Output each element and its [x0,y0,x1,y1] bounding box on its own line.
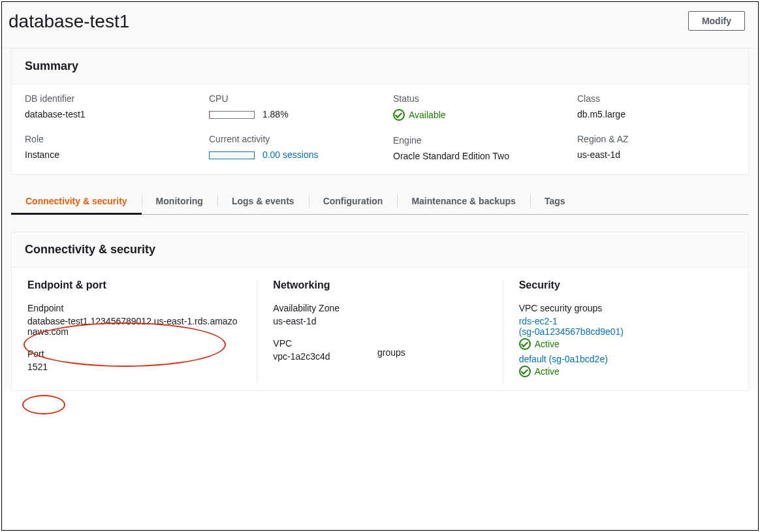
page-root: database-test1 Modify Summary DB identif… [1,1,759,531]
tab-logs-events[interactable]: Logs & events [217,188,309,214]
engine-label: Engine [393,135,551,146]
activity-link[interactable]: 0.00 sessions [262,149,319,160]
groups-label-aux: groups [377,347,405,358]
tab-connectivity-security[interactable]: Connectivity & security [11,188,142,214]
vpc-sg-label: VPC security groups [519,303,733,313]
check-circle-icon [519,366,531,377]
security-heading: Security [519,279,733,291]
db-identifier-value: database-test1 [25,109,183,119]
endpoint-port-heading: Endpoint & port [27,279,241,291]
sg1-status-text: Active [535,339,560,349]
tab-configuration[interactable]: Configuration [309,188,398,214]
sg2-name-link[interactable]: default (sg-0a1bcd2e) [519,354,733,364]
summary-body: DB identifier database-test1 Role Instan… [12,84,748,174]
cpu-label: CPU [209,93,367,104]
class-value: db.m5.large [577,109,735,119]
endpoint-label: Endpoint [27,303,241,313]
tab-tags[interactable]: Tags [530,188,580,214]
modify-button[interactable]: Modify [688,11,745,31]
class-label: Class [577,93,735,104]
sg1-name-link[interactable]: rds-ec2-1 [519,316,733,326]
endpoint-value: database-test1.123456789012.us-east-1.rd… [27,316,241,337]
status-value: Available [393,109,551,121]
sg1-id-link[interactable]: (sg-0a1234567b8cd9e01) [519,326,733,337]
connectivity-panel-header: Connectivity & security [11,232,749,267]
port-value: 1521 [27,362,241,372]
status-label: Status [393,93,551,104]
tab-maintenance-backups[interactable]: Maintenance & backups [397,188,530,214]
page-title: database-test1 [8,11,129,32]
tab-monitoring[interactable]: Monitoring [142,188,217,214]
role-label: Role [25,134,183,144]
sg2-status: Active [519,366,733,377]
summary-col-class: Class db.m5.large Region & AZ us-east-1d [564,93,748,161]
security-section: Security VPC security groups rds-ec2-1 (… [503,279,748,384]
activity-label: Current activity [209,134,367,144]
cpu-value: 1.88% [209,109,367,119]
summary-col-status: Status Available Engine Oracle Standard … [380,93,564,161]
role-value: Instance [25,149,183,160]
db-identifier-label: DB identifier [25,93,183,104]
summary-panel-header: Summary [12,49,748,84]
summary-col-cpu: CPU 1.88% Current activity 0.00 sessions [196,93,380,161]
az-value: us-east-1d [273,316,486,326]
region-az-label: Region & AZ [577,134,735,144]
summary-panel-wrap: Summary DB identifier database-test1 Rol… [2,48,758,175]
annotation-circle-port [22,395,65,415]
cpu-meter-icon [209,111,255,119]
cpu-value-text: 1.88% [262,109,289,119]
sg2-status-text: Active [535,366,560,377]
networking-section: Networking Availability Zone us-east-1d … [257,279,502,384]
networking-heading: Networking [273,279,486,291]
check-circle-icon [519,338,531,350]
check-circle-icon [393,109,405,121]
port-label: Port [27,349,241,359]
summary-heading: Summary [25,59,735,73]
connectivity-panel-wrap: Connectivity & security Endpoint & port … [2,215,758,391]
endpoint-port-section: Endpoint & port Endpoint database-test1.… [12,279,257,384]
connectivity-heading: Connectivity & security [25,243,735,257]
summary-col-identifier: DB identifier database-test1 Role Instan… [12,93,196,161]
activity-value: 0.00 sessions [209,149,367,160]
page-header: database-test1 Modify [2,2,758,48]
az-label: Availability Zone [273,303,486,313]
tab-list: Connectivity & security Monitoring Logs … [11,188,749,215]
activity-meter-icon [209,151,255,159]
summary-panel: Summary DB identifier database-test1 Rol… [11,48,749,175]
tabs-container: Connectivity & security Monitoring Logs … [2,175,758,215]
engine-value: Oracle Standard Edition Two [393,151,551,161]
sg1-status: Active [519,338,733,350]
status-text: Available [409,110,446,120]
connectivity-body: Endpoint & port Endpoint database-test1.… [11,267,749,391]
region-az-value: us-east-1d [577,149,735,160]
